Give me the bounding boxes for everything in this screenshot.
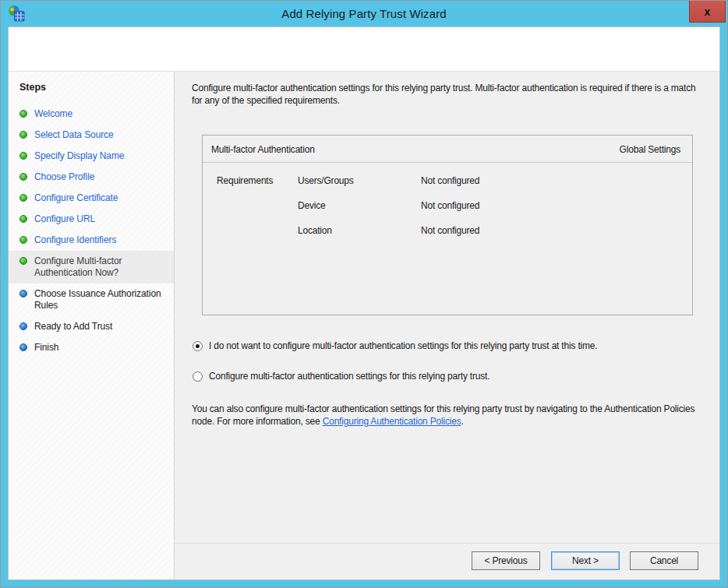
requirement-value: Not configured	[421, 200, 692, 225]
requirement-value: Not configured	[421, 175, 692, 200]
footnote-after: .	[461, 416, 463, 427]
requirements-group-label: Requirements	[217, 175, 298, 200]
sidebar-step-finish: Finish	[9, 337, 174, 358]
step-label: Welcome	[34, 108, 72, 120]
step-label: Specify Display Name	[34, 150, 124, 162]
mfa-requirement-row: LocationNot configured	[217, 225, 692, 250]
wizard-header-strip	[9, 27, 719, 72]
step-completed-icon	[19, 110, 27, 118]
step-label: Configure URL	[34, 213, 95, 225]
mfa-rows: RequirementsUsers/GroupsNot configuredDe…	[203, 163, 692, 250]
requirements-group-label	[217, 200, 298, 225]
cancel-button[interactable]: Cancel	[630, 551, 698, 570]
wizard-button-bar: < Previous Next > Cancel	[175, 543, 719, 579]
step-completed-icon	[19, 236, 27, 244]
step-label: Configure Identifiers	[34, 234, 116, 246]
step-label: Configure Multi-factor Authentication No…	[34, 255, 168, 279]
sidebar-step-choose-profile[interactable]: Choose Profile	[9, 167, 174, 188]
mfa-requirement-row: RequirementsUsers/GroupsNot configured	[217, 175, 692, 200]
sidebar-step-select-data-source[interactable]: Select Data Source	[9, 125, 174, 146]
global-settings-label: Global Settings	[620, 144, 680, 155]
step-pending-icon	[19, 290, 27, 298]
sidebar-step-choose-issuance-authorization-rules: Choose Issuance Authorization Rules	[9, 283, 174, 316]
footnote-text: You can also configure multi-factor auth…	[192, 403, 698, 428]
radio-configure-mfa-label: Configure multi-factor authentication se…	[209, 371, 489, 382]
radio-selected-icon[interactable]	[193, 341, 203, 351]
radio-skip-mfa[interactable]: I do not want to configure multi-factor …	[193, 340, 698, 351]
step-label: Choose Profile	[34, 171, 94, 183]
previous-button[interactable]: < Previous	[472, 551, 540, 570]
step-label: Configure Certificate	[34, 192, 118, 204]
main-pane: Configure multi-factor authentication se…	[175, 72, 719, 543]
adfs-app-icon	[8, 5, 25, 22]
wizard-body: Steps WelcomeSelect Data SourceSpecify D…	[8, 26, 720, 580]
steps-sidebar: Steps WelcomeSelect Data SourceSpecify D…	[9, 72, 175, 579]
sidebar-step-welcome[interactable]: Welcome	[9, 104, 174, 125]
sidebar-step-configure-identifiers[interactable]: Configure Identifiers	[9, 230, 174, 251]
requirement-name: Location	[298, 225, 421, 250]
step-completed-icon	[19, 215, 27, 223]
wizard-window: Add Relying Party Trust Wizard x Steps W…	[0, 0, 728, 588]
requirement-name: Users/Groups	[298, 175, 421, 200]
mfa-settings-box: Multi-factor Authentication Global Setti…	[202, 135, 693, 315]
step-label: Finish	[34, 342, 58, 354]
step-completed-icon	[19, 173, 27, 181]
step-completed-icon	[19, 257, 27, 265]
sidebar-step-configure-certificate[interactable]: Configure Certificate	[9, 188, 174, 209]
step-completed-icon	[19, 131, 27, 139]
radio-configure-mfa[interactable]: Configure multi-factor authentication se…	[193, 371, 698, 382]
requirements-group-label	[217, 225, 298, 250]
window-title: Add Relying Party Trust Wizard	[281, 7, 446, 20]
step-label: Ready to Add Trust	[34, 321, 112, 333]
sidebar-step-ready-to-add-trust: Ready to Add Trust	[9, 316, 174, 337]
step-completed-icon	[19, 194, 27, 202]
sidebar-step-specify-display-name[interactable]: Specify Display Name	[9, 146, 174, 167]
step-label: Choose Issuance Authorization Rules	[34, 288, 168, 312]
requirement-name: Device	[298, 200, 421, 225]
sidebar-step-configure-url[interactable]: Configure URL	[9, 209, 174, 230]
requirement-value: Not configured	[421, 225, 692, 250]
titlebar: Add Relying Party Trust Wizard x	[1, 1, 727, 26]
next-button[interactable]: Next >	[551, 551, 620, 570]
intro-text: Configure multi-factor authentication se…	[192, 82, 698, 107]
radio-unselected-icon[interactable]	[193, 371, 203, 382]
step-pending-icon	[19, 343, 27, 351]
radio-skip-mfa-label: I do not want to configure multi-factor …	[209, 340, 597, 351]
configuring-authentication-policies-link[interactable]: Configuring Authentication Policies	[323, 416, 461, 427]
mfa-box-title: Multi-factor Authentication	[211, 144, 315, 155]
steps-list: WelcomeSelect Data SourceSpecify Display…	[9, 104, 174, 358]
step-completed-icon	[19, 152, 27, 160]
step-pending-icon	[19, 322, 27, 330]
mfa-requirement-row: DeviceNot configured	[217, 200, 692, 225]
step-label: Select Data Source	[34, 129, 114, 141]
steps-heading: Steps	[9, 80, 174, 104]
close-icon[interactable]: x	[689, 1, 726, 23]
sidebar-step-configure-multi-factor-authentication-now: Configure Multi-factor Authentication No…	[9, 251, 174, 283]
